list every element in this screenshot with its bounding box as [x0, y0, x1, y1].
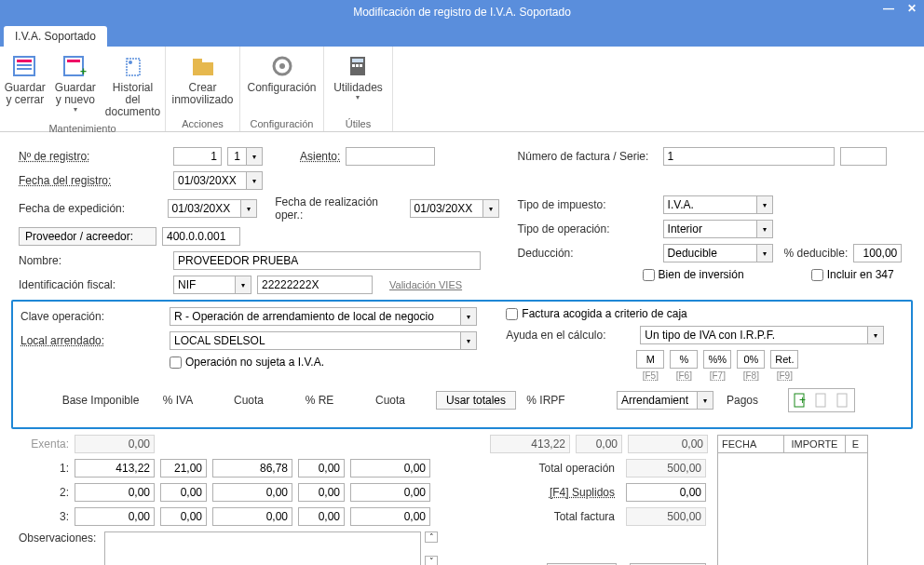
- r3-cuota1[interactable]: [212, 507, 292, 526]
- calc-m-button[interactable]: M: [636, 350, 664, 369]
- idfiscal-tipo-input[interactable]: [173, 276, 235, 294]
- chevron-down-icon[interactable]: ▾: [756, 244, 773, 262]
- svg-rect-5: [67, 60, 80, 62]
- doc-del-icon[interactable]: [834, 391, 852, 410]
- calc-pct-button[interactable]: %: [670, 350, 698, 369]
- factura-caja-checkbox[interactable]: Factura acogida a criterio de caja: [506, 307, 686, 320]
- proveedor-input[interactable]: [162, 227, 240, 246]
- local-arr-label[interactable]: Local arrendado:: [20, 334, 164, 347]
- r1-piva[interactable]: [160, 459, 207, 478]
- nregistro-label[interactable]: Nº de registro:: [19, 150, 168, 163]
- chevron-down-icon[interactable]: ▾: [482, 199, 499, 218]
- r3-cuota2[interactable]: [350, 507, 430, 526]
- local-arr-input[interactable]: [170, 331, 460, 350]
- guardar-nuevo-button[interactable]: + Guardar y nuevo ▾: [51, 50, 100, 121]
- usar-totales-button[interactable]: Usar totales: [436, 391, 516, 410]
- fecha-exp-input[interactable]: [168, 199, 240, 218]
- pct-deducible-input[interactable]: [853, 244, 902, 262]
- proveedor-button[interactable]: Proveedor / acreedor:: [19, 227, 156, 246]
- clave-op-input[interactable]: [170, 307, 460, 326]
- chevron-down-icon[interactable]: ▾: [246, 147, 263, 166]
- r3-base[interactable]: [75, 507, 155, 526]
- chevron-down-icon[interactable]: ▾: [246, 171, 263, 190]
- svg-rect-14: [352, 59, 363, 62]
- chevron-down-icon[interactable]: ▾: [756, 220, 773, 238]
- r2-cuota1[interactable]: [212, 483, 292, 502]
- ribbon: Guardar y cerrar + Guardar y nuevo ▾ His…: [0, 47, 924, 132]
- nombre-input[interactable]: [173, 251, 481, 270]
- bien-inversion-checkbox[interactable]: Bien de inversión: [643, 268, 744, 281]
- guardar-cerrar-button[interactable]: Guardar y cerrar: [1, 50, 49, 121]
- fecha-registro-label[interactable]: Fecha del registro:: [19, 174, 168, 187]
- r2-base[interactable]: [75, 483, 155, 502]
- col-irpf: % IRPF: [522, 394, 570, 407]
- doc-new-icon[interactable]: +: [791, 391, 809, 410]
- pct-deducible-label: % deducible:: [784, 247, 849, 260]
- idfiscal-num-input[interactable]: [257, 276, 373, 294]
- op-no-sujeta-checkbox[interactable]: Operación no sujeta a I.V.A.: [170, 356, 324, 369]
- close-icon[interactable]: ✕: [907, 2, 917, 15]
- col-piva: % IVA: [153, 394, 203, 407]
- utilidades-button[interactable]: Utilidades ▾: [330, 50, 387, 104]
- suplidos-label[interactable]: [F4] Suplidos: [490, 486, 620, 499]
- svg-rect-9: [193, 62, 213, 75]
- svg-rect-10: [193, 59, 202, 64]
- observaciones-input[interactable]: [104, 531, 421, 565]
- svg-rect-16: [356, 64, 359, 67]
- chevron-down-icon[interactable]: ▾: [235, 276, 251, 294]
- serie-input[interactable]: [840, 147, 887, 166]
- hint-f5: [F5]: [636, 370, 664, 381]
- incluir-347-checkbox[interactable]: Incluir en 347: [811, 268, 894, 281]
- fecha-registro-input[interactable]: [173, 171, 246, 190]
- row-2-label: 2:: [19, 486, 69, 499]
- chevron-down-icon[interactable]: ▾: [867, 326, 884, 344]
- svg-text:+: +: [80, 65, 87, 78]
- calc-pctpct-button[interactable]: %%: [703, 350, 731, 369]
- tipo-operacion-input[interactable]: [663, 220, 756, 238]
- nfactura-input[interactable]: [663, 147, 835, 166]
- r2-pre[interactable]: [298, 483, 345, 502]
- fecha-real-input[interactable]: [410, 199, 482, 218]
- exenta-base-cell: 0,00: [75, 435, 155, 453]
- calc-0pct-button[interactable]: 0%: [737, 350, 765, 369]
- r1-base[interactable]: [75, 459, 155, 478]
- chevron-down-icon[interactable]: ▾: [756, 195, 773, 214]
- r3-piva[interactable]: [160, 507, 207, 526]
- r1-cuota1[interactable]: [212, 459, 292, 478]
- r2-cuota2[interactable]: [350, 483, 430, 502]
- pay-col-e: E: [845, 436, 865, 452]
- deduccion-label: Deducción:: [518, 247, 658, 260]
- doc-edit-icon[interactable]: [812, 391, 831, 410]
- tipo-impuesto-input[interactable]: [663, 195, 756, 214]
- obs-up-icon[interactable]: ˄: [425, 531, 438, 543]
- tab-iva-soportado[interactable]: I.V.A. Soportado: [4, 26, 107, 47]
- r3-pre[interactable]: [298, 507, 345, 526]
- obs-down-icon[interactable]: ˅: [425, 556, 438, 565]
- irpf-tipo-input[interactable]: [617, 391, 697, 410]
- nregistro-a-input[interactable]: [173, 147, 222, 166]
- suplidos-input[interactable]: [626, 483, 706, 502]
- chevron-down-icon[interactable]: ▾: [240, 199, 257, 218]
- chevron-down-icon[interactable]: ▾: [460, 331, 477, 350]
- asiento-input[interactable]: [346, 147, 435, 166]
- r1-pre[interactable]: [298, 459, 345, 478]
- r1-cuota2[interactable]: [350, 459, 430, 478]
- historial-button[interactable]: Historial del documento: [102, 50, 164, 121]
- row-1-label: 1:: [19, 462, 69, 475]
- crear-inmovilizado-button[interactable]: Crear inmovilizado: [168, 50, 237, 108]
- chevron-down-icon[interactable]: ▾: [697, 391, 713, 410]
- pay-col-fecha: FECHA: [718, 436, 783, 452]
- col-base: Base Imponible: [54, 394, 147, 407]
- calc-ret-button[interactable]: Ret.: [770, 350, 798, 369]
- nregistro-b-input[interactable]: [227, 147, 246, 166]
- nfactura-label: Número de factura / Serie:: [518, 150, 658, 163]
- configuracion-button[interactable]: Configuración: [243, 50, 319, 96]
- svg-rect-17: [360, 64, 362, 67]
- r2-piva[interactable]: [160, 483, 207, 502]
- ayuda-calculo-input[interactable]: [640, 326, 867, 344]
- validacion-vies-link[interactable]: Validación VIES: [389, 279, 462, 290]
- chevron-down-icon[interactable]: ▾: [460, 307, 477, 326]
- asiento-label[interactable]: Asiento:: [300, 150, 340, 163]
- minimize-icon[interactable]: —: [883, 2, 894, 15]
- deduccion-input[interactable]: [663, 244, 756, 262]
